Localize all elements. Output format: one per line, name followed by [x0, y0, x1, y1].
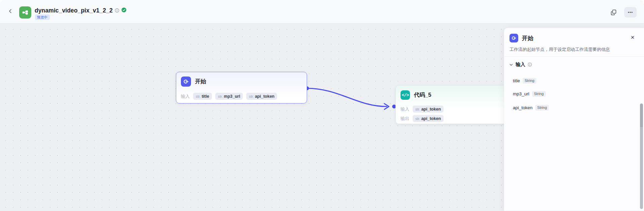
panel-title: 开始 [522, 34, 533, 42]
param-type: str. [218, 94, 223, 98]
param-pill: str. api_token [413, 115, 444, 122]
param-name: api_token [421, 116, 441, 121]
param-name: api_token [421, 107, 441, 112]
start-icon [509, 34, 518, 42]
vertical-scrollbar[interactable] [640, 103, 643, 209]
info-icon[interactable] [528, 62, 532, 67]
param-pill: str. title [193, 93, 212, 100]
node-start[interactable]: 开始 输入 str. title str. mp3_url str. api_t… [176, 72, 307, 103]
input-item: title String [513, 77, 536, 84]
workflow-app-icon [19, 6, 31, 19]
param-name: api_token [255, 94, 274, 99]
param-type: str. [415, 117, 420, 121]
status-badge: 预览中 [35, 14, 50, 20]
param-pill: str. api_token [246, 93, 277, 100]
param-type: str. [196, 94, 201, 98]
back-button[interactable] [6, 7, 15, 16]
type-badge: String [535, 105, 549, 111]
io-label: 输入 [181, 93, 190, 99]
param-pill: str. api_token [413, 106, 444, 113]
more-button[interactable]: ⋯ [624, 7, 637, 18]
close-button[interactable]: × [629, 33, 637, 41]
start-icon [181, 77, 191, 87]
code-glyph: </> [402, 93, 409, 98]
copy-button[interactable] [609, 8, 618, 18]
param-type: str. [415, 107, 420, 111]
divider [504, 56, 644, 57]
io-label: 输出 [401, 116, 409, 122]
published-check-icon [121, 7, 126, 14]
info-icon[interactable] [115, 8, 119, 13]
close-icon: × [631, 34, 634, 41]
type-badge: String [532, 91, 546, 97]
type-badge: String [523, 78, 536, 84]
input-section-header[interactable]: 输入 [509, 61, 532, 68]
code-icon: </> [401, 90, 410, 100]
node-config-panel: 开始 × 工作流的起始节点，用于设定启动工作流需要的信息 输入 title St… [504, 28, 644, 211]
input-name: mp3_url [513, 91, 529, 96]
node-title: 开始 [195, 78, 206, 85]
input-name: api_token [513, 105, 533, 110]
param-pill: str. mp3_url [215, 93, 243, 100]
io-label: 输入 [401, 106, 409, 112]
chevron-down-icon [509, 63, 513, 67]
workflow-title: dynamic_video_pix_v1_2_2 [35, 7, 113, 14]
param-name: mp3_url [224, 94, 240, 99]
input-name: title [513, 78, 520, 83]
ellipsis-icon: ⋯ [628, 9, 633, 16]
workflow-editor: dynamic_video_pix_v1_2_2 预览中 ⋯ [0, 0, 644, 211]
edge-arrowhead-icon [384, 104, 389, 110]
input-item: api_token String [513, 104, 549, 111]
edge-start-to-code [307, 88, 387, 107]
panel-description: 工作流的起始节点，用于设定启动工作流需要的信息 [509, 46, 639, 53]
param-type: str. [249, 94, 254, 98]
top-bar: dynamic_video_pix_v1_2_2 预览中 ⋯ [0, 0, 644, 24]
copy-pages-icon [611, 9, 616, 17]
input-item: mp3_url String [513, 90, 546, 97]
chevron-left-icon [8, 9, 13, 15]
section-label: 输入 [516, 61, 525, 68]
node-title: 代码_5 [414, 91, 431, 99]
param-name: title [202, 94, 209, 99]
